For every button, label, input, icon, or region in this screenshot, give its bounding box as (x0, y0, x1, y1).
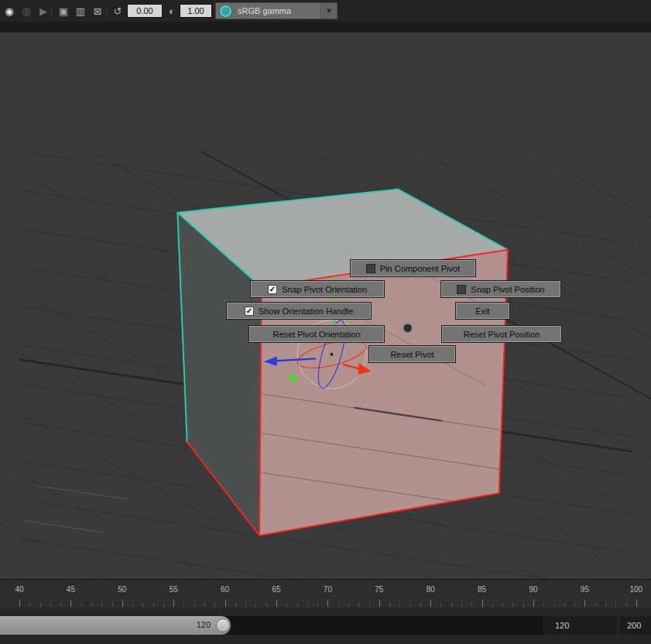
scene-canvas (0, 65, 651, 579)
reset-pivot-button[interactable]: Reset Pivot (369, 346, 455, 362)
timeline-tick (369, 603, 370, 607)
timeline-tick-label: 50 (118, 585, 126, 594)
button-label: Snap Pivot Orientation (282, 285, 367, 294)
exposure-field[interactable]: 0.00 (127, 4, 163, 18)
timeline-tick (153, 603, 154, 607)
timeline-tick (142, 603, 143, 607)
color-management-icon (219, 5, 232, 18)
button-label: Exit (475, 307, 489, 316)
timeline-tick-label: 85 (478, 585, 486, 594)
timeline-tick-label: 95 (581, 585, 589, 594)
timeline-tick (615, 603, 616, 607)
timeline-tick (122, 600, 123, 607)
button-label: Show Orientation Handle (259, 307, 353, 316)
toolbar-separator (51, 5, 52, 17)
timeline-tick (40, 603, 41, 607)
timeline-tick (50, 603, 51, 607)
exit-button[interactable]: Exit (456, 303, 509, 319)
timeline-tick-label: 75 (375, 585, 383, 594)
timeline-tick (183, 603, 184, 607)
snapshot-icon[interactable]: ◉ (2, 3, 17, 19)
chevron-down-icon[interactable]: ▼ (320, 3, 337, 19)
color-management-dropdown[interactable]: sRGB gamma ▼ (215, 2, 337, 19)
maya-window: { "toolbar": { "exposure_value": "0.00",… (0, 0, 651, 644)
timeline-tick (266, 603, 267, 607)
timeline-tick (60, 603, 61, 607)
timeline-tick (554, 603, 555, 607)
timeline-tick (410, 603, 411, 607)
timeline-tick (584, 600, 585, 607)
timeline-tick (512, 603, 513, 607)
timeline-tick-label: 55 (170, 585, 178, 594)
compare-icon[interactable]: ◎ (19, 3, 34, 19)
timeline-tick (451, 603, 452, 607)
timeline-tick-label: 90 (529, 585, 537, 594)
animation-end-field[interactable]: 200 (620, 616, 651, 635)
timeline-tick (574, 603, 575, 607)
timeline-tick (194, 603, 195, 607)
reset-exposure-icon[interactable]: ↺ (110, 3, 125, 19)
playback-end-field[interactable]: 120 (544, 616, 617, 635)
timeline-tick (358, 603, 359, 607)
button-label: Reset Pivot (390, 350, 433, 359)
timeline-tick (502, 603, 503, 607)
timeline-tick (533, 600, 534, 607)
timeline-tick (626, 603, 627, 607)
timeline-tick (399, 603, 400, 607)
timeline-tick-label: 100 (629, 585, 642, 594)
timeline-tick (440, 603, 441, 607)
checkbox-icon: ✓ (245, 307, 254, 316)
timeline-tick (163, 603, 164, 607)
button-label: Reset Pivot Position (464, 330, 540, 339)
timeline-tick (255, 603, 256, 607)
timeline-tick (543, 603, 544, 607)
timeline-tick (235, 603, 236, 607)
timeline-tick (101, 603, 102, 607)
range-slider-value: 120 (197, 620, 211, 629)
timeline-tick (204, 603, 205, 607)
checkbox-icon (366, 264, 375, 273)
color-management-value: sRGB gamma (238, 6, 320, 15)
snap-pivot-position-button[interactable]: Snap Pivot Position (441, 281, 560, 297)
select-region-icon[interactable]: ▶ (36, 3, 51, 19)
timeline-tick-label: 60 (221, 585, 229, 594)
toolbar-shadow-band (0, 22, 651, 33)
time-slider[interactable]: 404550556065707580859095100 (0, 579, 651, 608)
timeline-tick (327, 600, 328, 607)
button-label: Snap Pivot Position (471, 285, 544, 294)
range-slider-row: 120 120 200 (0, 608, 651, 644)
show-orientation-handle-button[interactable]: ✓ Show Orientation Handle (227, 303, 371, 319)
copy-buffer-icon[interactable]: ▣ (56, 3, 71, 19)
checkbox-icon: ✓ (268, 285, 277, 294)
button-label: Pin Component Pivot (380, 264, 460, 273)
range-slider[interactable]: 120 (0, 616, 543, 635)
timeline-tick (348, 603, 349, 607)
range-slider-fill[interactable]: 120 (0, 616, 231, 635)
range-slider-handle[interactable] (216, 618, 230, 632)
gamma-icon[interactable]: ◐ (164, 3, 180, 19)
timeline-tick (420, 603, 421, 607)
plane-handle[interactable] (290, 375, 296, 381)
timeline-tick (173, 600, 174, 607)
timeline-tick (132, 603, 133, 607)
paste-buffer-icon[interactable]: ▥ (73, 3, 88, 19)
timeline-tick (523, 603, 524, 607)
timeline-tick (379, 600, 380, 607)
timeline-tick (245, 603, 246, 607)
pivot-center-point[interactable] (330, 352, 334, 356)
timeline-tick-label: 65 (272, 585, 280, 594)
timeline-tick (19, 600, 20, 607)
timeline-tick (91, 603, 92, 607)
timeline-tick (29, 603, 30, 607)
snap-pivot-orientation-button[interactable]: ✓ Snap Pivot Orientation (251, 281, 384, 297)
timeline-tick (461, 603, 462, 607)
timeline-tick (112, 603, 113, 607)
timeline-tick (492, 603, 493, 607)
reset-pivot-orientation-button[interactable]: Reset Pivot Orientation (249, 326, 384, 342)
reset-pivot-position-button[interactable]: Reset Pivot Position (442, 326, 561, 342)
clear-buffer-icon[interactable]: ⊠ (90, 3, 105, 19)
gamma-field[interactable]: 1.00 (180, 4, 212, 18)
button-label: Reset Pivot Orientation (272, 330, 360, 339)
timeline-tick (430, 600, 431, 607)
pin-component-pivot-button[interactable]: Pin Component Pivot (351, 260, 475, 276)
